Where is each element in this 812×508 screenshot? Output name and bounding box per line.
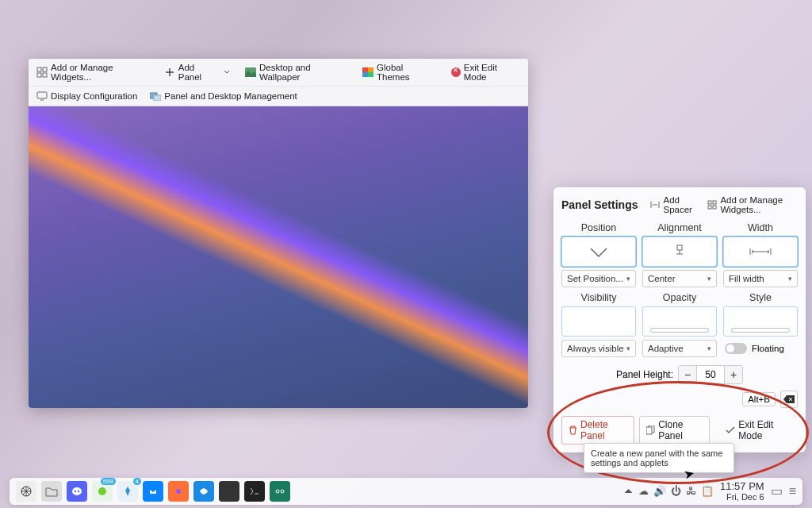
app3-button[interactable] xyxy=(193,481,214,502)
tray-power-icon[interactable]: ⏻ xyxy=(671,485,681,497)
height-plus-button[interactable]: + xyxy=(725,366,742,383)
app5-button[interactable] xyxy=(270,481,290,502)
thunderbird-button[interactable] xyxy=(143,481,163,502)
global-themes-button[interactable]: Global Themes xyxy=(358,61,440,83)
chevron-down-icon: ▾ xyxy=(707,344,711,352)
tray-volume-icon[interactable]: 🔊 xyxy=(653,485,666,497)
svg-rect-5 xyxy=(362,67,368,72)
position-select[interactable]: Set Position...▾ xyxy=(561,270,636,287)
opacity-preview[interactable] xyxy=(642,306,717,337)
start-button[interactable] xyxy=(16,481,36,502)
app2-button[interactable]: 4 xyxy=(117,481,138,502)
clock-time: 11:57 PM xyxy=(720,481,764,492)
widgets-icon xyxy=(707,200,717,210)
system-tray: ⏶ ☁ 🔊 ⏻ 🖧 📋 xyxy=(623,485,714,497)
svg-rect-16 xyxy=(677,245,682,250)
close-icon xyxy=(451,67,461,77)
discord-button[interactable] xyxy=(67,481,87,502)
chevron-down-icon: ▾ xyxy=(626,275,630,283)
svg-rect-1 xyxy=(43,67,47,71)
display-icon xyxy=(36,90,48,102)
tray-network-icon[interactable]: 🖧 xyxy=(686,485,696,497)
alignment-preview[interactable] xyxy=(642,237,717,267)
terminal-button[interactable] xyxy=(244,481,265,502)
panel-exit-label: Exit Edit Mode xyxy=(738,419,791,441)
style-value: Floating xyxy=(752,344,784,353)
panel-height-label: Panel Height: xyxy=(616,369,673,380)
width-label: Width xyxy=(748,222,773,233)
spacer-icon xyxy=(650,201,660,209)
trash-icon xyxy=(569,425,577,435)
panel-settings-title: Panel Settings xyxy=(561,198,641,211)
svg-point-23 xyxy=(148,487,158,496)
clock[interactable]: 11:57 PM Fri, Dec 6 xyxy=(720,481,764,502)
editor-toolbar-row1: Add or Manage Widgets... Add Panel Deskt… xyxy=(29,59,528,87)
chevron-down-icon: ▾ xyxy=(626,344,630,352)
svg-rect-8 xyxy=(368,72,373,77)
svg-rect-7 xyxy=(362,72,368,77)
position-preview[interactable] xyxy=(561,237,636,267)
clone-panel-label: Clone Panel xyxy=(658,419,703,441)
svg-point-21 xyxy=(78,491,79,492)
height-input[interactable] xyxy=(696,366,725,383)
height-minus-button[interactable]: − xyxy=(679,366,696,383)
floating-toggle[interactable] xyxy=(725,343,747,354)
add-panel-button[interactable]: Add Panel xyxy=(159,61,237,83)
check-icon xyxy=(726,426,735,434)
svg-point-19 xyxy=(72,487,82,495)
shortcut-clear-button[interactable] xyxy=(780,391,798,408)
svg-rect-2 xyxy=(37,73,41,77)
delete-panel-label: Delete Panel xyxy=(580,419,627,441)
desktop-wallpaper-button[interactable]: Desktop and Wallpaper xyxy=(240,61,354,83)
style-preview[interactable] xyxy=(723,306,798,337)
panel-add-widgets-button[interactable]: Add or Manage Widgets... xyxy=(704,194,798,216)
visibility-preview[interactable] xyxy=(561,306,636,337)
tray-up-icon[interactable]: ⏶ xyxy=(623,485,634,497)
opacity-label: Opacity xyxy=(663,292,696,303)
opacity-select[interactable]: Adaptive▾ xyxy=(642,340,717,357)
panel-exit-edit-button[interactable]: Exit Edit Mode xyxy=(719,417,798,444)
add-spacer-button[interactable]: Add Spacer xyxy=(647,194,698,216)
firefox-button[interactable] xyxy=(168,481,189,502)
desktop-wallpaper-preview xyxy=(29,106,528,408)
add-widgets-button[interactable]: Add or Manage Widgets... xyxy=(32,61,156,83)
chevron-down-icon: ▾ xyxy=(707,275,711,283)
chevron-down-icon: ▾ xyxy=(788,275,792,283)
exit-edit-mode-button[interactable]: Exit Edit Mode xyxy=(446,61,525,83)
alignment-select[interactable]: Center▾ xyxy=(642,270,717,287)
show-desktop-button[interactable]: ▭ xyxy=(771,483,783,498)
file-manager-button[interactable] xyxy=(41,481,62,502)
app1-button[interactable]: 598 xyxy=(92,481,113,502)
visibility-label: Visibility xyxy=(581,292,617,303)
wallpaper-icon xyxy=(245,67,256,78)
svg-point-22 xyxy=(98,487,106,495)
svg-rect-17 xyxy=(646,427,652,434)
tray-menu-icon[interactable]: ≡ xyxy=(789,484,796,498)
global-themes-label: Global Themes xyxy=(377,63,435,82)
app4-button[interactable] xyxy=(219,481,239,502)
display-config-button[interactable]: Display Configuration xyxy=(32,89,142,103)
editor-toolbar-row2: Display Configuration Panel and Desktop … xyxy=(29,87,528,106)
add-panel-label: Add Panel xyxy=(178,63,219,82)
copy-icon xyxy=(646,425,655,435)
visibility-select[interactable]: Always visible▾ xyxy=(561,340,636,357)
svg-rect-6 xyxy=(368,67,373,72)
svg-point-20 xyxy=(75,491,76,492)
shortcut-display[interactable]: Alt+B xyxy=(742,392,776,406)
position-label: Position xyxy=(581,222,616,233)
tray-cloud-icon[interactable]: ☁ xyxy=(638,485,649,497)
svg-rect-14 xyxy=(708,206,711,209)
tray-clipboard-icon[interactable]: 📋 xyxy=(701,485,714,497)
delete-panel-button[interactable]: Delete Panel xyxy=(561,416,634,444)
width-select[interactable]: Fill width▾ xyxy=(723,270,798,287)
desktop-editor-window: Add or Manage Widgets... Add Panel Deskt… xyxy=(29,59,528,408)
desktop-wallpaper-label: Desktop and Wallpaper xyxy=(259,63,350,82)
panel-mgmt-button[interactable]: Panel and Desktop Management xyxy=(145,89,302,103)
taskbar: 598 4 ⏶ ☁ 🔊 ⏻ 🖧 📋 11:57 PM Fri, Dec 6 ▭ … xyxy=(10,478,802,505)
themes-icon xyxy=(362,67,373,78)
clone-panel-button[interactable]: Clone Panel xyxy=(639,416,710,444)
add-spacer-label: Add Spacer xyxy=(663,195,695,214)
clock-date: Fri, Dec 6 xyxy=(720,492,764,502)
svg-rect-11 xyxy=(154,95,161,101)
width-preview[interactable] xyxy=(723,237,798,267)
